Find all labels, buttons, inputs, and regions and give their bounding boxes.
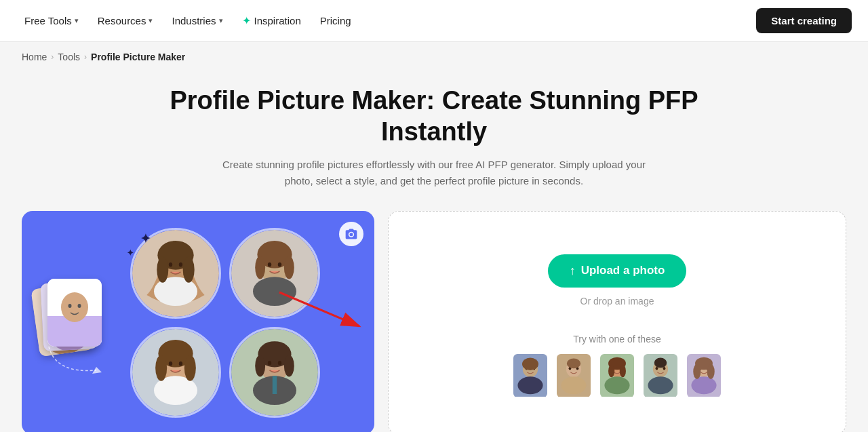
svg-point-19: [179, 262, 182, 267]
drop-text: Or drop an image: [580, 296, 654, 307]
svg-point-35: [179, 361, 182, 366]
nav-left: Free Tools ▾ Resources ▾ Industries ▾ ✦ …: [16, 9, 751, 33]
camera-icon: [344, 227, 358, 241]
svg-point-27: [278, 262, 281, 267]
svg-point-66: [608, 364, 614, 377]
hero-description: Create stunning profile pictures effortl…: [217, 157, 651, 189]
svg-point-56: [561, 376, 586, 394]
dashed-curve-icon: [42, 340, 110, 380]
floating-card-stack: [35, 279, 110, 367]
star-decoration-2: ✦: [127, 248, 134, 258]
svg-point-22: [253, 277, 296, 307]
profile-pic-2: [229, 228, 320, 319]
nav-pricing[interactable]: Pricing: [312, 9, 359, 32]
svg-rect-39: [273, 376, 277, 395]
free-tools-chevron: ▾: [75, 16, 79, 25]
profile-pic-3: [130, 327, 221, 418]
sample-image-3[interactable]: [599, 353, 635, 399]
star-decoration-1: ✦: [140, 231, 151, 246]
breadcrumb-sep-2: ›: [84, 52, 87, 62]
svg-point-33: [184, 355, 196, 381]
nav-industries[interactable]: Industries ▾: [163, 9, 231, 32]
breadcrumb-home[interactable]: Home: [22, 52, 47, 62]
nav-inspiration[interactable]: ✦ Inspiration: [234, 9, 309, 33]
inspiration-star-icon: ✦: [242, 14, 251, 27]
svg-point-16: [157, 257, 168, 283]
svg-point-71: [656, 367, 658, 370]
profile-pictures-grid: [130, 228, 320, 418]
svg-point-32: [155, 355, 167, 381]
navbar: Free Tools ▾ Resources ▾ Industries ▾ ✦ …: [0, 0, 868, 42]
try-label: Try with one of these: [402, 334, 832, 345]
free-tools-label: Free Tools: [24, 15, 72, 26]
upload-photo-button[interactable]: ↑ Upload a photo: [548, 254, 687, 288]
svg-point-42: [284, 355, 294, 377]
svg-point-10: [78, 304, 81, 308]
svg-point-62: [604, 376, 629, 394]
sample-image-1[interactable]: [512, 353, 549, 399]
resources-label: Resources: [98, 15, 146, 26]
upload-icon: ↑: [570, 264, 576, 278]
profile-pic-4: [229, 327, 320, 418]
inspiration-label: Inspiration: [254, 15, 301, 26]
breadcrumb: Home › Tools › Profile Picture Maker: [0, 42, 868, 72]
svg-point-18: [169, 262, 172, 267]
svg-point-26: [268, 262, 271, 267]
card-front: [47, 279, 102, 347]
start-creating-button[interactable]: Start creating: [756, 8, 852, 33]
pricing-label: Pricing: [320, 15, 351, 26]
svg-point-53: [522, 357, 538, 370]
svg-point-41: [255, 355, 265, 377]
page-title: Profile Picture Maker: Create Stunning P…: [163, 85, 705, 147]
resources-chevron: ▾: [149, 16, 153, 25]
left-preview-panel: ✦ ✦: [22, 211, 374, 432]
svg-point-80: [693, 364, 701, 379]
hero-section: Profile Picture Maker: Create Stunning P…: [0, 72, 868, 200]
sample-images-row: [402, 353, 832, 399]
svg-point-24: [255, 256, 265, 279]
camera-icon-button[interactable]: [339, 222, 363, 246]
sample-image-4[interactable]: [642, 353, 679, 399]
svg-point-25: [284, 256, 294, 279]
industries-chevron: ▾: [219, 16, 223, 25]
svg-point-81: [707, 364, 715, 379]
svg-point-76: [691, 376, 716, 394]
svg-point-50: [517, 376, 542, 394]
main-content: ✦ ✦: [0, 200, 868, 432]
breadcrumb-current: Profile Picture Maker: [91, 52, 185, 62]
upload-panel: ↑ Upload a photo Or drop an image Try wi…: [388, 211, 846, 432]
nav-free-tools[interactable]: Free Tools ▾: [16, 9, 87, 32]
nav-resources[interactable]: Resources ▾: [90, 9, 161, 32]
sample-image-2[interactable]: [555, 353, 592, 399]
svg-point-44: [278, 361, 281, 365]
svg-point-59: [567, 358, 580, 368]
svg-point-8: [61, 292, 88, 322]
svg-point-73: [654, 357, 667, 368]
svg-point-17: [183, 257, 195, 283]
svg-point-43: [268, 361, 271, 365]
try-section: Try with one of these: [402, 334, 832, 399]
svg-point-34: [169, 361, 172, 366]
upload-btn-label: Upload a photo: [581, 264, 665, 277]
svg-point-9: [68, 304, 72, 308]
sample-image-5[interactable]: [686, 353, 722, 399]
svg-point-45: [350, 233, 353, 237]
svg-marker-11: [92, 367, 102, 374]
svg-point-67: [620, 364, 626, 377]
svg-point-70: [648, 376, 673, 394]
industries-label: Industries: [172, 15, 216, 26]
svg-point-72: [663, 367, 666, 370]
breadcrumb-tools[interactable]: Tools: [58, 52, 80, 62]
breadcrumb-sep-1: ›: [51, 52, 54, 62]
